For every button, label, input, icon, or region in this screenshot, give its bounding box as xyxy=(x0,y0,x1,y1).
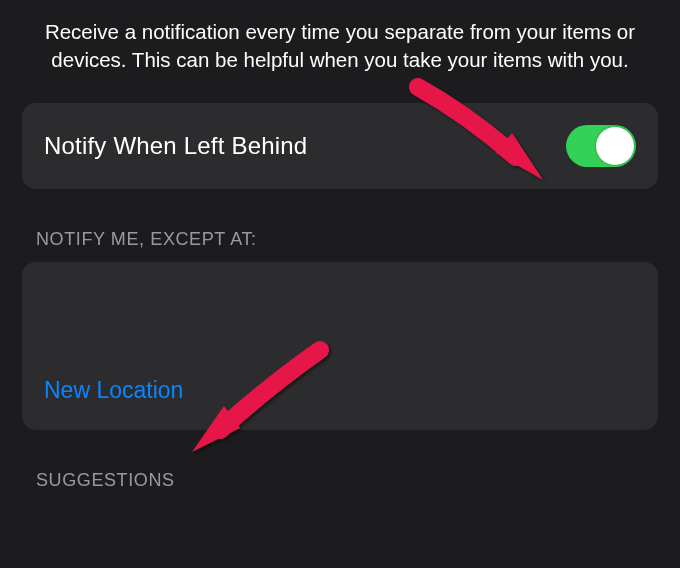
notify-left-behind-toggle[interactable] xyxy=(566,125,636,167)
feature-description: Receive a notification every time you se… xyxy=(22,18,658,103)
notify-left-behind-label: Notify When Left Behind xyxy=(44,132,307,160)
settings-screen: Receive a notification every time you se… xyxy=(0,0,680,568)
except-at-card: New Location xyxy=(22,262,658,430)
toggle-knob xyxy=(596,127,634,165)
new-location-button[interactable]: New Location xyxy=(44,377,183,412)
except-at-header: NOTIFY ME, EXCEPT AT: xyxy=(22,189,658,262)
suggestions-header: SUGGESTIONS xyxy=(22,430,658,503)
notify-left-behind-row[interactable]: Notify When Left Behind xyxy=(22,103,658,189)
